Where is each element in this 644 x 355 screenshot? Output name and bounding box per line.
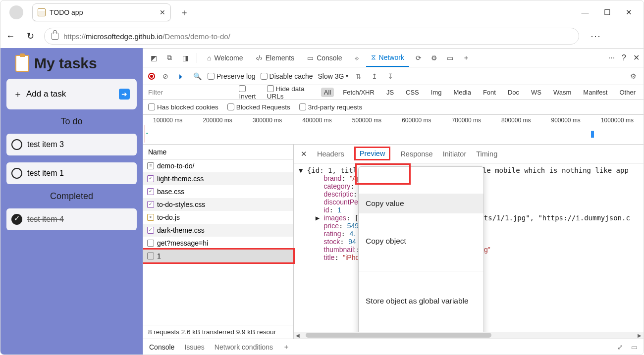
task-checkbox[interactable] [11, 168, 22, 179]
preview-tab-timing[interactable]: Timing [476, 150, 497, 158]
new-tab-button[interactable]: ＋ [180, 6, 189, 18]
type-media[interactable]: Media [450, 88, 474, 97]
maximize-button[interactable]: ☐ [603, 8, 611, 17]
type-js[interactable]: JS [383, 88, 397, 97]
response-preview-pane: ✕ Headers Preview Response Initiator Tim… [294, 145, 644, 339]
type-all[interactable]: All [321, 88, 334, 97]
task-row[interactable]: test item 3 [6, 134, 137, 155]
type-css[interactable]: CSS [403, 88, 422, 97]
json-preview[interactable]: ▼ {id: 1, titl apple mobile which is not… [294, 163, 644, 332]
section-todo: To do [6, 116, 137, 127]
browser-more-button[interactable]: ··· [587, 31, 605, 42]
profile-avatar[interactable] [9, 5, 23, 19]
submit-task-button[interactable]: ➜ [119, 89, 130, 100]
request-row[interactable]: ✓base.css [143, 185, 293, 198]
minimize-button[interactable]: ― [581, 8, 589, 17]
close-preview-button[interactable]: ✕ [301, 150, 307, 158]
todo-app: My tasks ＋ Add a task ➜ To do test item … [0, 48, 143, 355]
ctx-copy-value[interactable]: Copy value [359, 194, 483, 213]
preview-tab-preview[interactable]: Preview [354, 147, 391, 160]
tab-welcome[interactable]: ⌂ Welcome [202, 49, 248, 67]
task-row[interactable]: test item 4 [6, 208, 137, 230]
type-fetch[interactable]: Fetch/XHR [340, 88, 377, 97]
section-completed: Completed [6, 191, 137, 202]
request-row[interactable]: ✓dark-theme.css [143, 224, 293, 237]
close-devtools-button[interactable]: ✕ [633, 53, 640, 62]
tab-console[interactable]: ▭ Console [302, 49, 347, 67]
invert-checkbox[interactable]: Invert [239, 85, 261, 100]
third-party-checkbox[interactable]: 3rd-party requests [299, 103, 363, 111]
request-row[interactable]: ✓to-do-styles.css [143, 198, 293, 211]
task-row[interactable]: test item 1 [6, 162, 137, 184]
preview-tab-initiator[interactable]: Initiator [443, 150, 467, 158]
help-icon[interactable]: ? [622, 53, 626, 62]
request-row[interactable]: ⋄to-do.js [143, 211, 293, 224]
clipboard-icon [15, 55, 29, 72]
request-row[interactable]: ✓light-theme.css [143, 172, 293, 185]
request-row[interactable]: ≡demo-to-do/ [143, 159, 293, 172]
column-name[interactable]: Name [143, 145, 293, 159]
context-menu: Copy value Copy object Store object as g… [358, 166, 484, 332]
application-icon[interactable]: ▭ [444, 51, 457, 64]
tab-network[interactable]: ⧖ Network [366, 49, 409, 67]
device-toggle-icon[interactable]: ⧉ [163, 51, 176, 64]
wifi-icon[interactable]: ⇅ [353, 72, 364, 80]
tab-elements[interactable]: ‹/› Elements [251, 49, 300, 67]
preview-tab-response[interactable]: Response [400, 150, 432, 158]
lock-icon [52, 33, 58, 40]
request-row-selected[interactable]: 1 [143, 250, 293, 262]
devtools-more-button[interactable]: ··· [608, 53, 615, 62]
throttle-select[interactable]: Slow 3G ▾ [318, 72, 349, 80]
blocked-requests-checkbox[interactable]: Blocked Requests [227, 103, 290, 111]
drawer-add-button[interactable]: ＋ [283, 343, 290, 352]
blocked-cookies-checkbox[interactable]: Has blocked cookies [148, 103, 218, 111]
type-other[interactable]: Other [616, 88, 639, 97]
more-tabs-button[interactable]: ＋ [460, 51, 473, 64]
inspect-icon[interactable]: ◩ [147, 51, 160, 64]
drawer-network-conditions[interactable]: Network conditions [215, 343, 273, 351]
add-task-input[interactable]: ＋ Add a task ➜ [6, 79, 137, 109]
download-icon[interactable]: ↧ [385, 72, 396, 80]
task-checkbox-done[interactable] [11, 214, 22, 225]
performance-icon[interactable]: ⟳ [412, 51, 425, 64]
type-wasm[interactable]: Wasm [550, 88, 574, 97]
filter-toggle-icon[interactable]: ⏵ [176, 72, 187, 80]
upload-icon[interactable]: ↥ [369, 72, 380, 80]
drawer-expand-icon[interactable]: ⤢ [617, 343, 623, 351]
close-tab-icon[interactable]: ✕ [160, 8, 165, 16]
address-bar[interactable]: https://microsoftedge.github.io/Demos/de… [44, 28, 579, 45]
refresh-button[interactable]: ↻ [24, 31, 36, 42]
drawer-console[interactable]: Console [149, 343, 174, 351]
drawer-issues[interactable]: Issues [184, 343, 204, 351]
drawer-panel-icon[interactable]: ▭ [631, 343, 638, 351]
search-icon[interactable]: 🔍 [192, 72, 203, 80]
dock-icon[interactable]: ◨ [179, 51, 192, 64]
filter-input[interactable]: Filter [148, 89, 233, 96]
browser-tab[interactable]: TODO app ✕ [32, 3, 171, 21]
disable-cache-checkbox[interactable]: Disable cache [261, 72, 313, 80]
type-manifest[interactable]: Manifest [580, 88, 610, 97]
type-doc[interactable]: Doc [505, 88, 522, 97]
network-settings-icon[interactable]: ⚙ [628, 72, 639, 80]
task-checkbox[interactable] [11, 139, 22, 150]
horizontal-scrollbar[interactable]: ◀ ▶ [294, 332, 644, 339]
url-text: https://microsoftedge.github.io/Demos/de… [63, 32, 230, 41]
sources-icon[interactable]: ⟐ [350, 51, 363, 64]
ctx-store-global[interactable]: Store object as global variable [359, 291, 483, 311]
clear-button[interactable]: ⊘ [160, 72, 171, 80]
type-ws[interactable]: WS [528, 88, 544, 97]
app-title: My tasks [34, 55, 97, 72]
memory-icon[interactable]: ⚙ [428, 51, 441, 64]
preview-tab-headers[interactable]: Headers [317, 150, 344, 158]
type-font[interactable]: Font [480, 88, 499, 97]
back-button[interactable]: ← [4, 31, 16, 42]
network-timeline[interactable]: 100000 ms 200000 ms 300000 ms 400000 ms … [143, 115, 644, 145]
hide-data-urls-checkbox[interactable]: Hide data URLs [267, 85, 315, 100]
ctx-copy-object[interactable]: Copy object [359, 231, 483, 251]
plus-icon: ＋ [13, 88, 22, 100]
record-button[interactable] [148, 73, 155, 80]
preserve-log-checkbox[interactable]: Preserve log [208, 72, 256, 80]
close-window-button[interactable]: ✕ [625, 8, 633, 17]
devtools-panel: ◩ ⧉ ◨ ⌂ Welcome ‹/› Elements ▭ Console ⟐… [143, 48, 644, 355]
type-img[interactable]: Img [428, 88, 445, 97]
